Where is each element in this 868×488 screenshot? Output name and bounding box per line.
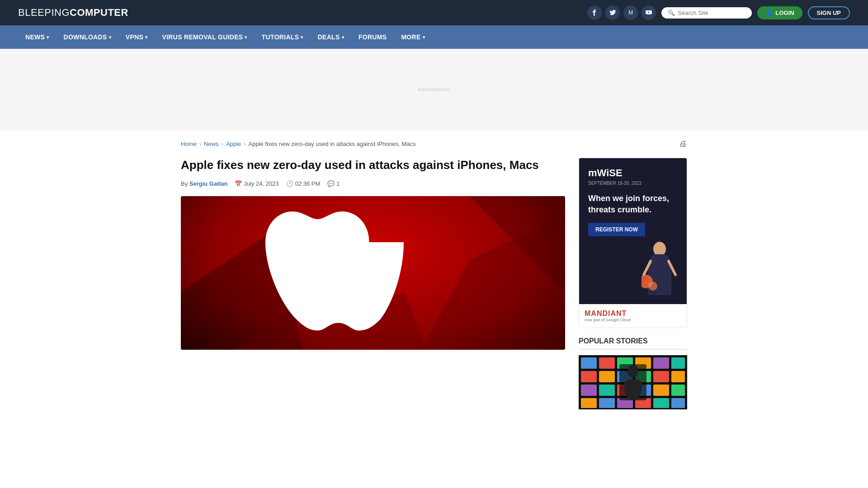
twitter-icon[interactable] (605, 5, 620, 20)
chevron-down-icon: ▾ (423, 35, 425, 40)
user-icon: 👤 (765, 9, 773, 16)
article: Apple fixes new zero-day used in attacks… (181, 158, 565, 409)
svg-rect-23 (581, 385, 597, 396)
site-header: BLEEPINGCOMPUTER M 🔍 👤 LOGIN SIGN UP (0, 0, 868, 25)
svg-rect-34 (671, 398, 685, 408)
svg-rect-15 (653, 357, 669, 369)
breadcrumb-separator: › (244, 141, 245, 147)
nav-item-vpns[interactable]: VPNS ▾ (118, 25, 155, 49)
mandiant-logo: MANDIANT (585, 310, 631, 318)
svg-rect-28 (671, 385, 685, 396)
chevron-down-icon: ▾ (301, 35, 303, 40)
nav-item-tutorials[interactable]: TUTORIALS ▾ (255, 25, 311, 49)
mwise-logo: mWiSE (588, 167, 678, 179)
youtube-icon[interactable] (642, 5, 656, 20)
mastodon-icon[interactable]: M (623, 5, 638, 20)
svg-rect-27 (653, 385, 669, 396)
content-layout: Apple fixes new zero-day used in attacks… (181, 158, 687, 409)
login-button[interactable]: 👤 LOGIN (757, 6, 802, 19)
chevron-down-icon: ▾ (245, 35, 247, 40)
sidebar-ad-content: mWiSE SEPTEMBER 18-20, 2023 When we join… (579, 158, 687, 304)
print-icon[interactable]: 🖨 (679, 139, 687, 149)
chevron-down-icon: ▾ (145, 35, 147, 40)
article-author: By Sergiu Gatlan (181, 180, 227, 187)
register-now-button[interactable]: REGISTER NOW (588, 223, 645, 236)
breadcrumb-separator: › (222, 141, 223, 147)
calendar-icon: 📅 (235, 180, 242, 187)
chevron-down-icon: ▾ (342, 35, 344, 40)
svg-point-5 (653, 242, 666, 256)
svg-rect-17 (581, 371, 597, 382)
article-hero-image (181, 196, 565, 350)
author-link[interactable]: Sergiu Gatlan (189, 180, 228, 187)
nav-item-more[interactable]: MORE ▾ (394, 25, 432, 49)
header-right: M 🔍 👤 LOGIN SIGN UP (587, 5, 850, 20)
nav-item-virus-removal[interactable]: VIRUS REMOVAL GUIDES ▾ (155, 25, 255, 49)
svg-point-9 (648, 282, 657, 291)
article-title: Apple fixes new zero-day used in attacks… (181, 158, 565, 173)
breadcrumb-current: Apple fixes new zero-day used in attacks… (248, 141, 415, 147)
svg-rect-22 (671, 371, 685, 382)
popular-stories: POPULAR STORIES (579, 337, 687, 409)
nav-item-forums[interactable]: FORUMS (351, 25, 394, 49)
article-time: 🕐 02:36 PM (286, 180, 321, 187)
svg-rect-21 (653, 371, 669, 382)
main-container: Home › News › Apple › Apple fixes new ze… (163, 130, 705, 418)
svg-rect-16 (671, 357, 685, 369)
svg-rect-33 (653, 398, 669, 408)
article-comments: 💬 1 (327, 180, 340, 187)
logo-light: BLEEPING (18, 7, 70, 18)
main-nav: NEWS ▾ DOWNLOADS ▾ VPNS ▾ VIRUS REMOVAL … (0, 25, 868, 49)
chevron-down-icon: ▾ (109, 35, 111, 40)
svg-rect-29 (581, 398, 597, 408)
mwise-date: SEPTEMBER 18-20, 2023 (588, 181, 678, 186)
site-logo[interactable]: BLEEPINGCOMPUTER (18, 7, 128, 19)
popular-story-thumbnail (579, 355, 687, 409)
search-icon: 🔍 (668, 9, 675, 16)
mandiant-sub: now part of Google Cloud (585, 318, 631, 322)
search-bar: 🔍 (661, 7, 752, 19)
facebook-icon[interactable] (587, 5, 602, 20)
article-date: 📅 July 24, 2023 (235, 180, 278, 187)
svg-rect-18 (599, 371, 615, 382)
search-input[interactable] (678, 9, 745, 16)
logo-bold: COMPUTER (70, 7, 128, 18)
nav-item-deals[interactable]: DEALS ▾ (311, 25, 351, 49)
social-icons: M (587, 5, 656, 20)
sidebar: mWiSE SEPTEMBER 18-20, 2023 When we join… (579, 158, 687, 409)
popular-stories-title: POPULAR STORIES (579, 337, 687, 350)
nav-item-downloads[interactable]: DOWNLOADS ▾ (57, 25, 118, 49)
breadcrumb: Home › News › Apple › Apple fixes new ze… (181, 139, 687, 149)
breadcrumb-news[interactable]: News (204, 141, 219, 147)
svg-rect-12 (599, 357, 615, 369)
chevron-down-icon: ▾ (47, 35, 49, 40)
svg-rect-24 (599, 385, 615, 396)
presenter-figure (642, 241, 678, 295)
svg-rect-30 (599, 398, 615, 408)
article-meta: By Sergiu Gatlan 📅 July 24, 2023 🕐 02:36… (181, 180, 565, 187)
sidebar-ad-lower: MANDIANT now part of Google Cloud (579, 304, 687, 328)
sidebar-ad: mWiSE SEPTEMBER 18-20, 2023 When we join… (579, 158, 687, 328)
svg-rect-11 (581, 357, 597, 369)
breadcrumb-apple[interactable]: Apple (226, 141, 241, 147)
breadcrumb-separator: › (199, 141, 201, 147)
comment-icon: 💬 (327, 180, 335, 187)
signup-button[interactable]: SIGN UP (808, 6, 850, 19)
top-ad-banner: Advertisement (0, 49, 868, 130)
mwise-tagline: When we join forces, threats crumble. (588, 193, 678, 216)
clock-icon: 🕐 (286, 180, 293, 187)
nav-item-news[interactable]: NEWS ▾ (18, 25, 57, 49)
svg-point-36 (627, 365, 638, 377)
breadcrumb-left: Home › News › Apple › Apple fixes new ze… (181, 141, 415, 147)
breadcrumb-home[interactable]: Home (181, 141, 197, 147)
